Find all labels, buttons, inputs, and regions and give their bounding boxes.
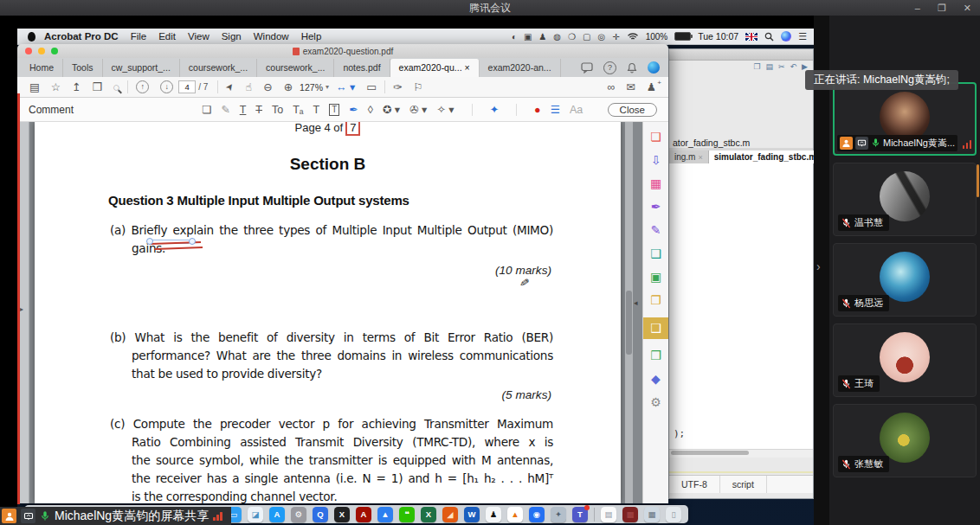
pin-icon[interactable]: ✦ [490, 103, 499, 116]
wifi-icon[interactable] [627, 32, 639, 41]
dock-x11[interactable]: X [334, 507, 350, 522]
menubar-clock[interactable]: Tue 10:07 [698, 31, 738, 42]
menu-window[interactable]: Window [254, 31, 289, 42]
participant-tile[interactable]: 杨思远 [833, 243, 977, 317]
underline-text-icon[interactable]: T [240, 104, 247, 116]
editor-tab-background[interactable]: ing.m× [669, 150, 709, 163]
menu-sign[interactable]: Sign [222, 31, 242, 42]
participant-tile[interactable]: 温书慧 [833, 163, 977, 236]
dock-preview[interactable]: ◪ [248, 507, 263, 522]
input-source-icon[interactable]: ✛ [612, 32, 619, 42]
annotated-page-number[interactable]: 7 [345, 122, 360, 136]
user-avatar[interactable] [648, 61, 660, 74]
fill-sign-icon[interactable]: ✎ [643, 224, 669, 237]
restore-icon[interactable]: ❐ [938, 3, 946, 14]
dock-trash[interactable]: ▯ [666, 507, 681, 522]
annotation-handle[interactable] [189, 238, 196, 245]
create-pdf-icon[interactable]: ❏ [643, 131, 669, 144]
link-icon[interactable]: ∞ [607, 81, 615, 93]
request-signatures-icon[interactable]: ✒ [643, 201, 669, 214]
tab-coursework-1[interactable]: coursework_... [180, 59, 257, 77]
help-icon[interactable]: ? [603, 61, 616, 74]
save-icon[interactable]: ▤ [29, 80, 40, 93]
close-icon[interactable]: ✕ [964, 3, 971, 14]
zoom-level[interactable]: 127% [300, 82, 323, 93]
participant-tile-speaking[interactable]: MichaelNg黄嵩... [833, 82, 977, 156]
spotlight-icon[interactable] [764, 32, 774, 42]
tab-notes[interactable]: notes.pdf [334, 59, 390, 77]
print-production-icon[interactable]: ❒ [643, 349, 669, 362]
notification-bell-icon[interactable] [627, 62, 637, 74]
messages-icon[interactable]: ❍ [568, 32, 576, 42]
highlight-icon[interactable]: ✎ [221, 103, 229, 116]
uk-flag-icon[interactable] [745, 33, 758, 41]
print-icon[interactable]: ❒ [93, 80, 102, 93]
chevron-down-icon[interactable]: ▾ [326, 83, 329, 91]
siri-icon[interactable] [781, 31, 791, 42]
zoom-control[interactable]: 127% ▾ [300, 82, 329, 93]
next-page-icon[interactable]: ↓ [160, 80, 173, 93]
participant-tile[interactable]: 张慧敏 [833, 404, 977, 477]
minimize-icon[interactable]: – [915, 3, 920, 13]
dnd-icon[interactable]: ◐ [512, 32, 517, 42]
dock-wechat[interactable]: ❝ [399, 507, 415, 522]
dock-word[interactable]: W [464, 507, 480, 522]
dock-keychain[interactable]: ✦ [551, 507, 566, 522]
pdf-page[interactable]: Page 4 of7 Section B Question 3 Multiple… [35, 122, 621, 503]
dock-teams[interactable]: T [572, 507, 588, 522]
tab-tools[interactable]: Tools [63, 59, 103, 77]
sign-pen-icon[interactable]: ✑ [393, 80, 402, 93]
add-text-icon[interactable]: T [313, 104, 320, 116]
fit-width-icon[interactable]: ↔ ▾ [336, 80, 355, 93]
more-tools-icon[interactable]: ⚙ [643, 396, 669, 409]
comment-separator[interactable] [472, 104, 473, 116]
editor-code-area[interactable] [669, 163, 813, 449]
tab-home[interactable]: Home [21, 59, 63, 77]
user-icon[interactable]: ♟ [538, 32, 546, 42]
display-icon[interactable]: ▣ [524, 32, 532, 42]
dock-documents-app[interactable]: ▲ [377, 507, 393, 522]
stamp-icon[interactable]: ✪ ▾ [383, 103, 400, 116]
dock-folder-screenshots[interactable]: ▦ [644, 507, 660, 522]
screen-mirror-icon[interactable]: ▢ [583, 32, 590, 42]
close-tab-icon[interactable]: × [698, 153, 702, 162]
search-icon[interactable]: ◌ [113, 81, 119, 93]
export-pdf-icon[interactable]: ⇩ [643, 154, 669, 167]
document-scrollbar-thumb[interactable] [626, 291, 632, 355]
menu-file[interactable]: File [131, 31, 147, 42]
shapes-icon[interactable]: ✧ ▾ [436, 103, 454, 116]
dock-divider[interactable] [594, 508, 595, 522]
menu-help[interactable]: Help [301, 31, 322, 42]
replace-text-icon[interactable]: To [272, 104, 283, 116]
protect-icon[interactable]: ◆ [643, 373, 669, 386]
dock-qq[interactable]: ♟ [486, 507, 501, 522]
menu-edit[interactable]: Edit [158, 31, 176, 42]
compare-files-icon[interactable]: ❐ [643, 294, 669, 307]
dock-app-store[interactable]: A [269, 507, 285, 522]
editor-save-icon[interactable]: ▤ [765, 62, 773, 71]
line-weight-icon[interactable]: ☰ [551, 103, 560, 116]
dock-tencent-meeting[interactable]: ◉ [529, 507, 545, 522]
menu-app-name[interactable]: Acrobat Pro DC [44, 31, 119, 42]
annotation-handle[interactable] [146, 238, 153, 245]
screen-share-banner[interactable]: MichaelNg黄嵩钧的屏幕共享 [0, 507, 231, 525]
draw-pen-icon[interactable]: ✒ [349, 103, 358, 116]
menu-view[interactable]: View [188, 31, 210, 42]
organize-pages-icon[interactable]: ▦ [643, 177, 669, 190]
collapse-tools-arrow-icon[interactable]: ◂ [634, 298, 638, 307]
sticky-note-icon[interactable]: ❏ [202, 103, 211, 116]
tab-coursework-2[interactable]: coursework_... [257, 59, 334, 77]
comment-separator[interactable] [516, 104, 517, 116]
star-icon[interactable]: ☆ [51, 80, 61, 93]
participant-tile[interactable]: 王琦 [833, 323, 977, 397]
share-icon[interactable]: ↥ [72, 80, 81, 93]
tab-exam-question-active[interactable]: exam2020-qu... × [390, 59, 480, 77]
reading-mode-icon[interactable]: ▭ [366, 80, 377, 93]
zoom-out-icon[interactable]: ⊖ [263, 80, 272, 93]
strikethrough-text-icon[interactable]: T [255, 104, 262, 116]
editor-tab-active[interactable]: simulator_fading_stbc.m× [709, 150, 814, 163]
stamp-tag-icon[interactable]: ⚐ [414, 80, 423, 93]
text-box-icon[interactable]: T [329, 104, 339, 116]
dock-vlc[interactable]: ▲ [507, 507, 523, 522]
dock-document-file[interactable]: ▤ [601, 507, 616, 522]
